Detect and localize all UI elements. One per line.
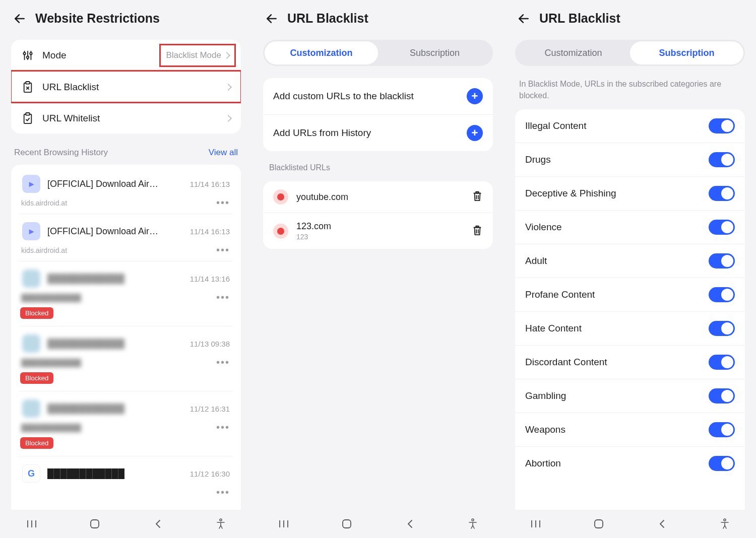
svg-rect-24 — [343, 520, 351, 528]
toggle-switch[interactable] — [709, 355, 735, 370]
blacklisted-url-row[interactable]: 123.com123 — [263, 213, 493, 249]
category-row: Abortion — [515, 446, 745, 480]
trash-icon[interactable] — [472, 190, 483, 204]
remove-icon — [273, 189, 288, 205]
category-row: Discordant Content — [515, 345, 745, 379]
home-icon[interactable] — [338, 518, 355, 529]
history-list: ▸[OFFICIAL] Download Air…11/14 16:13kids… — [11, 165, 241, 535]
back-nav-icon[interactable] — [401, 519, 418, 528]
svg-point-15 — [220, 519, 222, 521]
more-icon[interactable]: ••• — [216, 487, 232, 498]
history-item[interactable]: ████████████11/14 13:16████████████•••Bl… — [20, 261, 232, 326]
accessibility-icon[interactable] — [716, 518, 733, 529]
svg-point-2 — [23, 52, 25, 54]
toggle-switch[interactable] — [709, 422, 735, 437]
toggle-switch[interactable] — [709, 388, 735, 404]
android-navbar — [504, 510, 756, 538]
history-item[interactable]: G████████████11/12 16:30••• — [20, 456, 232, 498]
toggle-switch[interactable] — [709, 253, 735, 268]
url-whitelist-row[interactable]: URL Whitelist — [11, 102, 241, 133]
svg-point-31 — [724, 519, 726, 521]
toggle-switch[interactable] — [709, 118, 735, 133]
clipboard-x-icon — [21, 81, 34, 93]
more-icon[interactable]: ••• — [216, 244, 232, 256]
history-item[interactable]: ▸[OFFICIAL] Download Air…11/14 16:13kids… — [20, 214, 232, 261]
page-title: URL Blacklist — [287, 11, 368, 26]
history-title: ████████████ — [47, 274, 124, 284]
recents-icon[interactable] — [275, 519, 292, 528]
category-row: Hate Content — [515, 311, 745, 345]
more-icon[interactable]: ••• — [216, 422, 232, 433]
toggle-switch[interactable] — [709, 321, 735, 336]
whitelist-label: URL Whitelist — [42, 113, 215, 124]
svg-point-4 — [27, 56, 29, 58]
blacklist-label: URL Blacklist — [42, 82, 215, 93]
category-label: Gambling — [525, 390, 702, 401]
back-nav-icon[interactable] — [653, 519, 670, 528]
history-item[interactable]: ████████████11/12 16:31████████████•••Bl… — [20, 391, 232, 456]
blacklisted-urls-label: Blacklisted URLs — [252, 156, 504, 176]
history-title: ████████████ — [47, 404, 124, 414]
blocked-badge: Blocked — [20, 372, 53, 384]
category-label: Abortion — [525, 458, 702, 469]
tab-subscription[interactable]: Subscription — [378, 41, 491, 64]
svg-point-6 — [30, 52, 32, 54]
mode-value-highlight: Blacklist Mode — [159, 44, 236, 67]
more-icon[interactable]: ••• — [216, 292, 232, 303]
view-all-link[interactable]: View all — [209, 148, 238, 158]
category-row: Illegal Content — [515, 109, 745, 143]
category-label: Violence — [525, 222, 702, 233]
history-time: 11/13 09:38 — [190, 340, 230, 348]
add-history-url-row[interactable]: Add URLs from History + — [263, 114, 493, 151]
accessibility-icon[interactable] — [212, 518, 229, 529]
mode-label: Mode — [42, 50, 151, 61]
back-icon[interactable] — [517, 12, 530, 25]
page-title: Website Restrictions — [35, 11, 160, 26]
home-icon[interactable] — [590, 518, 607, 529]
toggle-switch[interactable] — [709, 220, 735, 235]
chevron-right-icon — [225, 114, 232, 121]
toggle-switch[interactable] — [709, 152, 735, 167]
add-actions-card: Add custom URLs to the blacklist + Add U… — [263, 78, 493, 151]
home-icon[interactable] — [86, 518, 103, 529]
accessibility-icon[interactable] — [464, 518, 481, 529]
add-custom-url-row[interactable]: Add custom URLs to the blacklist + — [263, 78, 493, 114]
recents-icon[interactable] — [23, 519, 40, 528]
history-url: ████████████ — [21, 294, 81, 302]
more-icon[interactable]: ••• — [216, 357, 232, 368]
category-label: Hate Content — [525, 323, 702, 334]
category-row: Weapons — [515, 413, 745, 446]
more-icon[interactable]: ••• — [216, 197, 232, 209]
add-history-label: Add URLs from History — [273, 127, 460, 139]
history-title: [OFFICIAL] Download Air… — [47, 226, 158, 237]
history-time: 11/14 16:13 — [190, 227, 230, 236]
history-item[interactable]: ▸[OFFICIAL] Download Air…11/14 16:13kids… — [20, 167, 232, 214]
url-text: youtube.com — [296, 192, 464, 203]
header: Website Restrictions — [0, 0, 252, 35]
blocked-badge: Blocked — [20, 437, 53, 449]
back-nav-icon[interactable] — [149, 519, 166, 528]
toggle-switch[interactable] — [709, 456, 735, 471]
blacklisted-url-row[interactable]: youtube.com — [263, 181, 493, 213]
plus-icon[interactable]: + — [467, 125, 483, 141]
category-label: Weapons — [525, 424, 702, 435]
panel-blacklist-custom: URL Blacklist Customization Subscription… — [252, 0, 504, 538]
blacklisted-urls-card: youtube.com123.com123 — [263, 181, 493, 249]
toggle-switch[interactable] — [709, 186, 735, 201]
header: URL Blacklist — [504, 0, 756, 35]
back-icon[interactable] — [13, 12, 26, 25]
panel-website-restrictions: Website Restrictions Mode Blacklist Mode… — [0, 0, 252, 538]
tab-subscription[interactable]: Subscription — [630, 41, 743, 64]
history-item[interactable]: ████████████11/13 09:38████████████•••Bl… — [20, 326, 232, 391]
toggle-switch[interactable] — [709, 287, 735, 302]
url-subtext: 123 — [296, 233, 464, 241]
tab-customization[interactable]: Customization — [265, 41, 378, 64]
trash-icon[interactable] — [472, 224, 483, 238]
back-icon[interactable] — [265, 12, 278, 25]
recents-icon[interactable] — [527, 519, 544, 528]
plus-icon[interactable]: + — [467, 88, 483, 104]
svg-point-25 — [472, 519, 474, 521]
url-blacklist-row[interactable]: URL Blacklist — [11, 71, 241, 102]
mode-row[interactable]: Mode Blacklist Mode — [11, 40, 241, 71]
tab-customization[interactable]: Customization — [517, 41, 630, 64]
